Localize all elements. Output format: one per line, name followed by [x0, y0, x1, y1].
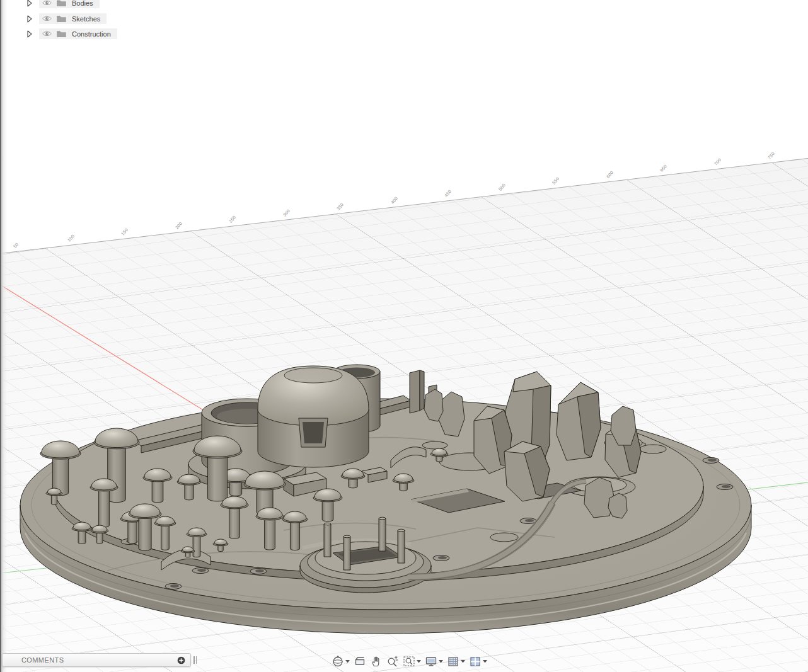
chevron-down-icon[interactable]: [439, 660, 443, 663]
disclosure-triangle-icon[interactable]: [27, 0, 33, 7]
dome-building[interactable]: [258, 366, 369, 467]
browser-row-sketches[interactable]: Sketches: [27, 13, 107, 24]
zoom-icon: [386, 655, 399, 668]
viewport-canvas[interactable]: 5010015020025030035040045050055060065070…: [0, 0, 808, 672]
model-bodies[interactable]: [20, 365, 751, 634]
model-3d-scene[interactable]: [0, 0, 808, 672]
grid-and-snaps-button[interactable]: [446, 654, 466, 669]
view-navigation-toolbar: [330, 654, 488, 669]
chevron-down-icon[interactable]: [483, 660, 487, 663]
disclosure-triangle-icon[interactable]: [27, 30, 33, 38]
orbit-icon: [332, 655, 344, 668]
browser-row-bodies[interactable]: Bodies: [27, 0, 100, 8]
fit-icon: [403, 655, 415, 668]
viewports-button[interactable]: [468, 654, 488, 669]
visibility-eye-icon[interactable]: [42, 0, 52, 6]
comments-label: COMMENTS: [21, 656, 177, 664]
pan-button[interactable]: [369, 654, 384, 669]
grid-icon: [447, 655, 459, 668]
folder-icon: [57, 0, 66, 6]
browser-row-construction[interactable]: Construction: [27, 28, 117, 39]
comments-bar[interactable]: COMMENTS: [2, 653, 191, 667]
browser-item-label: Sketches: [72, 15, 100, 23]
display-settings-icon: [425, 655, 437, 668]
disclosure-triangle-icon[interactable]: [27, 15, 33, 23]
display-settings-button[interactable]: [424, 654, 444, 669]
application-window: 5010015020025030035040045050055060065070…: [0, 0, 808, 672]
folder-icon: [57, 30, 66, 37]
browser-item-label: Construction: [72, 30, 111, 38]
comments-drag-handle[interactable]: [193, 656, 197, 664]
fit-button[interactable]: [401, 654, 422, 669]
visibility-eye-icon[interactable]: [42, 30, 52, 37]
chevron-down-icon[interactable]: [417, 660, 421, 663]
pan-hand-icon: [370, 655, 383, 668]
look-at-icon: [354, 655, 366, 668]
visibility-eye-icon[interactable]: [42, 15, 52, 22]
plus-circle-icon[interactable]: [177, 656, 185, 664]
browser-item-label: Bodies: [72, 0, 93, 7]
folder-icon: [57, 15, 66, 22]
chevron-down-icon[interactable]: [461, 660, 465, 663]
look-at-button[interactable]: [352, 654, 367, 669]
orbit-button[interactable]: [330, 654, 351, 669]
zoom-button[interactable]: [385, 654, 400, 669]
viewports-icon: [469, 655, 482, 668]
chevron-down-icon[interactable]: [345, 660, 350, 663]
